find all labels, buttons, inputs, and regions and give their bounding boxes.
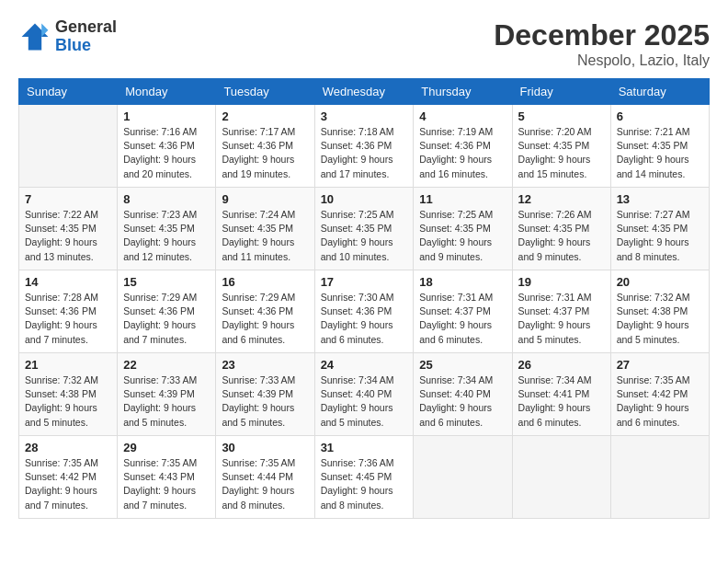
day-number: 9 bbox=[222, 192, 308, 206]
day-info: Sunrise: 7:34 AM Sunset: 4:40 PM Dayligh… bbox=[321, 373, 408, 430]
calendar-cell: 30Sunrise: 7:35 AM Sunset: 4:44 PM Dayli… bbox=[216, 436, 314, 519]
week-row-2: 7Sunrise: 7:22 AM Sunset: 4:35 PM Daylig… bbox=[19, 188, 710, 270]
day-number: 23 bbox=[222, 358, 308, 372]
day-info: Sunrise: 7:35 AM Sunset: 4:42 PM Dayligh… bbox=[25, 456, 111, 512]
calendar-cell: 5Sunrise: 7:20 AM Sunset: 4:35 PM Daylig… bbox=[512, 105, 610, 188]
calendar-cell: 19Sunrise: 7:31 AM Sunset: 4:37 PM Dayli… bbox=[512, 270, 610, 353]
day-info: Sunrise: 7:33 AM Sunset: 4:39 PM Dayligh… bbox=[123, 373, 210, 430]
day-number: 26 bbox=[518, 358, 605, 372]
day-number: 12 bbox=[518, 192, 605, 206]
week-row-1: 1Sunrise: 7:16 AM Sunset: 4:36 PM Daylig… bbox=[19, 105, 710, 188]
page-header: General Blue December 2025 Nespolo, Lazi… bbox=[18, 18, 710, 69]
calendar-cell: 21Sunrise: 7:32 AM Sunset: 4:38 PM Dayli… bbox=[19, 353, 118, 436]
day-number: 10 bbox=[321, 192, 408, 206]
day-info: Sunrise: 7:31 AM Sunset: 4:37 PM Dayligh… bbox=[419, 291, 506, 347]
day-number: 2 bbox=[222, 109, 308, 123]
calendar-cell: 4Sunrise: 7:19 AM Sunset: 4:36 PM Daylig… bbox=[414, 105, 512, 188]
day-number: 3 bbox=[321, 109, 408, 123]
logo-icon bbox=[18, 20, 51, 53]
calendar-cell: 24Sunrise: 7:34 AM Sunset: 4:40 PM Dayli… bbox=[314, 353, 414, 436]
day-number: 13 bbox=[617, 192, 703, 206]
week-row-3: 14Sunrise: 7:28 AM Sunset: 4:36 PM Dayli… bbox=[19, 270, 710, 353]
day-info: Sunrise: 7:35 AM Sunset: 4:42 PM Dayligh… bbox=[617, 373, 703, 430]
day-number: 27 bbox=[617, 358, 703, 372]
column-header-friday: Friday bbox=[512, 79, 610, 105]
day-number: 30 bbox=[222, 441, 308, 454]
week-row-5: 28Sunrise: 7:35 AM Sunset: 4:42 PM Dayli… bbox=[19, 436, 710, 519]
calendar-cell: 17Sunrise: 7:30 AM Sunset: 4:36 PM Dayli… bbox=[314, 270, 414, 353]
day-number: 31 bbox=[321, 441, 408, 454]
calendar-cell: 1Sunrise: 7:16 AM Sunset: 4:36 PM Daylig… bbox=[118, 105, 216, 188]
column-header-saturday: Saturday bbox=[610, 79, 709, 105]
calendar-cell: 26Sunrise: 7:34 AM Sunset: 4:41 PM Dayli… bbox=[512, 353, 610, 436]
calendar-cell: 2Sunrise: 7:17 AM Sunset: 4:36 PM Daylig… bbox=[216, 105, 314, 188]
day-info: Sunrise: 7:20 AM Sunset: 4:35 PM Dayligh… bbox=[518, 125, 605, 181]
calendar-cell: 28Sunrise: 7:35 AM Sunset: 4:42 PM Dayli… bbox=[19, 436, 118, 519]
day-number: 20 bbox=[617, 275, 703, 289]
day-info: Sunrise: 7:26 AM Sunset: 4:35 PM Dayligh… bbox=[518, 208, 605, 264]
logo-text: General Blue bbox=[55, 18, 117, 55]
calendar-cell bbox=[19, 105, 118, 188]
day-number: 17 bbox=[321, 275, 408, 289]
day-info: Sunrise: 7:28 AM Sunset: 4:36 PM Dayligh… bbox=[25, 291, 111, 347]
calendar-cell: 13Sunrise: 7:27 AM Sunset: 4:35 PM Dayli… bbox=[610, 188, 709, 270]
day-info: Sunrise: 7:35 AM Sunset: 4:44 PM Dayligh… bbox=[222, 456, 308, 512]
calendar-cell: 25Sunrise: 7:34 AM Sunset: 4:40 PM Dayli… bbox=[414, 353, 512, 436]
column-header-thursday: Thursday bbox=[414, 79, 512, 105]
column-header-wednesday: Wednesday bbox=[314, 79, 414, 105]
calendar-cell: 29Sunrise: 7:35 AM Sunset: 4:43 PM Dayli… bbox=[118, 436, 216, 519]
day-number: 15 bbox=[123, 275, 210, 289]
calendar-cell bbox=[414, 436, 512, 519]
day-info: Sunrise: 7:19 AM Sunset: 4:36 PM Dayligh… bbox=[419, 125, 506, 181]
day-info: Sunrise: 7:16 AM Sunset: 4:36 PM Dayligh… bbox=[123, 125, 210, 181]
day-number: 22 bbox=[123, 358, 210, 372]
calendar-cell: 10Sunrise: 7:25 AM Sunset: 4:35 PM Dayli… bbox=[314, 188, 414, 270]
logo-blue: Blue bbox=[55, 37, 117, 55]
day-number: 19 bbox=[518, 275, 605, 289]
day-info: Sunrise: 7:35 AM Sunset: 4:43 PM Dayligh… bbox=[123, 456, 210, 512]
day-number: 11 bbox=[419, 192, 506, 206]
calendar-cell: 6Sunrise: 7:21 AM Sunset: 4:35 PM Daylig… bbox=[610, 105, 709, 188]
day-info: Sunrise: 7:29 AM Sunset: 4:36 PM Dayligh… bbox=[222, 291, 308, 347]
day-number: 14 bbox=[25, 275, 111, 289]
day-info: Sunrise: 7:30 AM Sunset: 4:36 PM Dayligh… bbox=[321, 291, 408, 347]
day-info: Sunrise: 7:24 AM Sunset: 4:35 PM Dayligh… bbox=[222, 208, 308, 264]
logo: General Blue bbox=[18, 18, 117, 55]
day-number: 7 bbox=[25, 192, 111, 206]
day-number: 16 bbox=[222, 275, 308, 289]
column-header-tuesday: Tuesday bbox=[216, 79, 314, 105]
day-info: Sunrise: 7:32 AM Sunset: 4:38 PM Dayligh… bbox=[25, 373, 111, 430]
day-info: Sunrise: 7:34 AM Sunset: 4:40 PM Dayligh… bbox=[419, 373, 506, 430]
logo-general: General bbox=[55, 18, 117, 37]
day-info: Sunrise: 7:31 AM Sunset: 4:37 PM Dayligh… bbox=[518, 291, 605, 347]
day-number: 5 bbox=[518, 109, 605, 123]
day-info: Sunrise: 7:23 AM Sunset: 4:35 PM Dayligh… bbox=[123, 208, 210, 264]
day-info: Sunrise: 7:32 AM Sunset: 4:38 PM Dayligh… bbox=[617, 291, 703, 347]
column-header-monday: Monday bbox=[118, 79, 216, 105]
column-header-sunday: Sunday bbox=[19, 79, 118, 105]
calendar-cell: 7Sunrise: 7:22 AM Sunset: 4:35 PM Daylig… bbox=[19, 188, 118, 270]
day-info: Sunrise: 7:27 AM Sunset: 4:35 PM Dayligh… bbox=[617, 208, 703, 264]
day-number: 6 bbox=[617, 109, 703, 123]
calendar-cell bbox=[610, 436, 709, 519]
day-number: 4 bbox=[419, 109, 506, 123]
day-number: 8 bbox=[123, 192, 210, 206]
calendar-table: SundayMondayTuesdayWednesdayThursdayFrid… bbox=[18, 78, 710, 519]
calendar-cell: 31Sunrise: 7:36 AM Sunset: 4:45 PM Dayli… bbox=[314, 436, 414, 519]
day-info: Sunrise: 7:21 AM Sunset: 4:35 PM Dayligh… bbox=[617, 125, 703, 181]
title-section: December 2025 Nespolo, Lazio, Italy bbox=[494, 18, 710, 69]
calendar-cell: 12Sunrise: 7:26 AM Sunset: 4:35 PM Dayli… bbox=[512, 188, 610, 270]
day-number: 29 bbox=[123, 441, 210, 454]
day-number: 18 bbox=[419, 275, 506, 289]
day-number: 1 bbox=[123, 109, 210, 123]
day-info: Sunrise: 7:29 AM Sunset: 4:36 PM Dayligh… bbox=[123, 291, 210, 347]
calendar-cell: 18Sunrise: 7:31 AM Sunset: 4:37 PM Dayli… bbox=[414, 270, 512, 353]
day-info: Sunrise: 7:22 AM Sunset: 4:35 PM Dayligh… bbox=[25, 208, 111, 264]
day-info: Sunrise: 7:36 AM Sunset: 4:45 PM Dayligh… bbox=[321, 456, 408, 512]
day-info: Sunrise: 7:34 AM Sunset: 4:41 PM Dayligh… bbox=[518, 373, 605, 430]
calendar-cell: 22Sunrise: 7:33 AM Sunset: 4:39 PM Dayli… bbox=[118, 353, 216, 436]
day-number: 28 bbox=[25, 441, 111, 454]
calendar-cell bbox=[512, 436, 610, 519]
day-info: Sunrise: 7:18 AM Sunset: 4:36 PM Dayligh… bbox=[321, 125, 408, 181]
day-number: 21 bbox=[25, 358, 111, 372]
